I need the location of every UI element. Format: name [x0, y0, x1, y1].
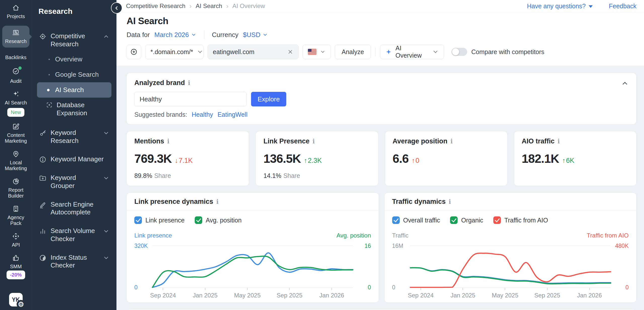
- traffic-from-aio-checkbox[interactable]: Traffic from AIO: [493, 216, 548, 224]
- breadcrumb: Competitive Research AI Search AI Overvi…: [126, 2, 265, 10]
- info-icon[interactable]: [312, 138, 315, 145]
- chevron-down-icon[interactable]: [103, 255, 109, 261]
- y-axis-min-left: 0: [134, 284, 138, 291]
- info-icon[interactable]: [451, 138, 453, 145]
- suggested-brand-eatingwell[interactable]: EatingWell: [218, 111, 248, 118]
- clear-input-icon[interactable]: [287, 49, 293, 55]
- help-dropdown[interactable]: Have any questions?: [527, 3, 593, 10]
- nav-overview[interactable]: Overview: [37, 52, 111, 67]
- user-avatar[interactable]: YK: [9, 293, 23, 306]
- avg-position-checkbox[interactable]: Avg. position: [195, 216, 242, 224]
- sidebar-item-agency-pack[interactable]: Agency Pack: [2, 205, 30, 226]
- collapse-card-icon[interactable]: [621, 80, 629, 87]
- top-bar: Competitive Research AI Search AI Overvi…: [116, 0, 644, 12]
- left-axis-title: Traffic: [392, 232, 409, 239]
- link-presence-share: 14.1%: [263, 172, 281, 179]
- info-icon[interactable]: [167, 138, 170, 145]
- sidebar-collapse-button[interactable]: [111, 2, 122, 14]
- settings-gear-icon[interactable]: [17, 300, 25, 308]
- breadcrumb-competitive-research[interactable]: Competitive Research: [126, 3, 185, 10]
- x-axis-label: Jan 2026: [577, 292, 602, 299]
- info-icon[interactable]: [188, 79, 190, 87]
- domain-input[interactable]: [213, 48, 284, 56]
- research-icon: [12, 29, 20, 36]
- link-presence-card: Link Presence 136.5K ↑2.3K 14.1%Share: [256, 131, 378, 186]
- suggested-brand-healthy[interactable]: Healthy: [192, 111, 213, 118]
- mentions-delta: ↓7.1K: [175, 157, 193, 165]
- chevron-down-icon: [432, 49, 439, 55]
- chevron-down-icon: [320, 49, 326, 55]
- nav-competitive-research[interactable]: Competitive Research: [37, 29, 111, 52]
- country-dropdown[interactable]: [303, 45, 331, 59]
- nav-ai-search[interactable]: AI Search: [37, 82, 111, 98]
- sidebar-heading: Research: [38, 7, 111, 16]
- nav-keyword-research[interactable]: Keyword Research: [37, 125, 111, 148]
- explore-button[interactable]: Explore: [251, 92, 286, 106]
- secondary-sidebar: Research Competitive Research Overview G…: [32, 0, 116, 310]
- sidebar-item-research[interactable]: Research: [2, 26, 29, 48]
- info-icon[interactable]: [557, 138, 560, 145]
- triangle-down-icon: [589, 5, 593, 8]
- chevron-down-icon[interactable]: [103, 228, 109, 235]
- nav-index-status-checker[interactable]: Index Status Checker: [37, 250, 111, 273]
- y-axis-min-left: 0: [392, 284, 395, 291]
- aio-traffic-value: 182.1K: [522, 152, 559, 166]
- y-axis-min-right: 0: [368, 284, 371, 291]
- scope-dropdown[interactable]: *.domain.com/*: [145, 45, 204, 59]
- nav-keyword-manager[interactable]: Keyword Manager: [37, 152, 111, 167]
- average-position-card: Average position 6.6 ↑0: [385, 131, 507, 186]
- mentions-value: 769.3K: [134, 152, 172, 166]
- sidebar-item-audit[interactable]: Audit: [10, 67, 22, 84]
- sidebar-item-smm[interactable]: SMM: [10, 254, 22, 269]
- add-competitor-button[interactable]: [127, 45, 141, 59]
- feedback-link[interactable]: Feedback: [609, 3, 636, 10]
- ai-mode-dropdown[interactable]: AI Overview: [380, 45, 444, 59]
- nav-search-engine-autocomplete[interactable]: Search Engine Autocomplete: [37, 197, 111, 220]
- aio-traffic-card: AIO traffic 182.1K ↑6K: [514, 131, 636, 186]
- sidebar-item-backlinks[interactable]: Backlinks: [5, 55, 26, 60]
- average-position-delta: ↑0: [412, 157, 419, 165]
- page-header: AI Search Data for March 2026 Currency $…: [116, 12, 644, 66]
- period-selector[interactable]: March 2026: [154, 31, 196, 39]
- pie-chart-icon: [12, 178, 20, 185]
- analysis-toolbar: *.domain.com/* Analyze AI Overview: [127, 45, 634, 59]
- compare-toggle[interactable]: [452, 48, 467, 56]
- currency-selector[interactable]: $USD: [243, 31, 268, 39]
- nav-search-volume-checker[interactable]: Search Volume Checker: [37, 223, 111, 246]
- page-title: AI Search: [127, 16, 634, 26]
- nav-google-search[interactable]: Google Search: [37, 67, 111, 82]
- nav-database-expansion[interactable]: Database Expansion: [37, 98, 111, 121]
- new-badge: New: [7, 108, 24, 117]
- x-axis-label: Jan 2026: [319, 292, 344, 299]
- breadcrumb-ai-search[interactable]: AI Search: [196, 3, 222, 10]
- link-presence-dynamics-panel: Link presence dynamics Link presence Avg…: [127, 192, 379, 303]
- chevron-up-icon[interactable]: [103, 33, 109, 40]
- chevron-down-icon[interactable]: [103, 130, 109, 136]
- sidebar-item-local-marketing[interactable]: Local Marketing: [2, 150, 30, 171]
- line-chart[interactable]: [410, 246, 611, 288]
- organic-checkbox[interactable]: Organic: [450, 216, 483, 224]
- line-chart[interactable]: [152, 246, 353, 288]
- link-presence-checkbox[interactable]: Link presence: [134, 216, 185, 224]
- breadcrumb-separator: [226, 2, 228, 10]
- info-icon[interactable]: [449, 198, 451, 205]
- sidebar-item-content-marketing[interactable]: Content Marketing: [2, 123, 30, 144]
- api-icon: [12, 232, 20, 240]
- checkbox-checked-icon: [450, 216, 458, 224]
- link-presence-delta: ↑2.3K: [304, 157, 322, 165]
- info-icon[interactable]: [216, 198, 219, 205]
- nav-keyword-grouper[interactable]: Keyword Grouper: [37, 170, 111, 193]
- thumbs-up-icon: [12, 254, 20, 262]
- brand-input[interactable]: [134, 92, 247, 106]
- sparkles-icon: [12, 90, 20, 98]
- sidebar-item-projects[interactable]: Projects: [7, 4, 25, 19]
- sidebar-item-ai-search[interactable]: AI Search: [5, 90, 27, 106]
- analyze-button[interactable]: Analyze: [335, 45, 371, 59]
- chevron-down-icon[interactable]: [103, 175, 109, 181]
- expand-icon: [46, 102, 53, 108]
- overall-traffic-checkbox[interactable]: Overall traffic: [392, 216, 440, 224]
- compare-toggle-label: Compare with competitors: [471, 48, 544, 56]
- sidebar-item-report-builder[interactable]: Report Builder: [2, 178, 30, 199]
- currency-label: Currency: [212, 31, 238, 39]
- sidebar-item-api[interactable]: API: [12, 232, 20, 248]
